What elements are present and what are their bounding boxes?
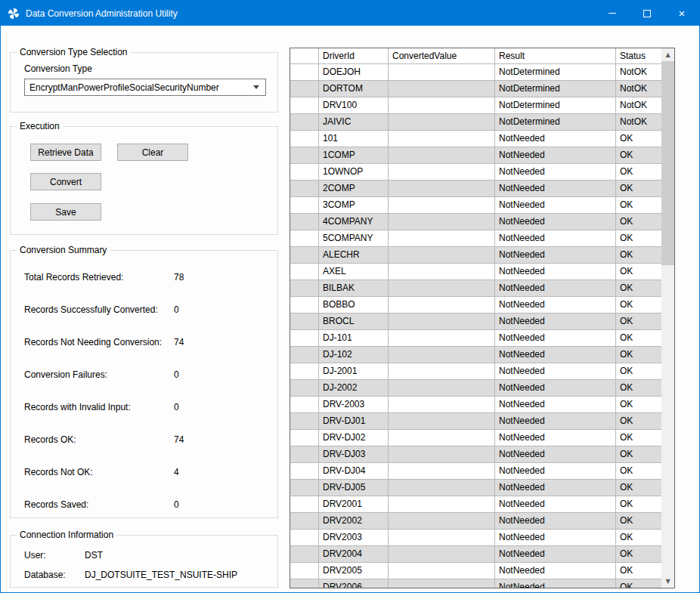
save-button[interactable]: Save: [30, 203, 101, 221]
cell-status[interactable]: OK: [616, 297, 661, 313]
row-header-cell[interactable]: [290, 247, 319, 264]
cell-convertedvalue[interactable]: [389, 563, 495, 579]
cell-driverid[interactable]: BROCL: [319, 313, 389, 330]
cell-convertedvalue[interactable]: [389, 413, 495, 430]
cell-convertedvalue[interactable]: [389, 463, 495, 480]
row-header-cell[interactable]: [290, 397, 319, 413]
column-header-driverid[interactable]: DriverId: [319, 48, 389, 64]
scroll-up-icon[interactable]: ▲: [661, 48, 674, 61]
cell-result[interactable]: NotNeeded: [495, 446, 616, 463]
cell-driverid[interactable]: AXEL: [319, 264, 389, 280]
cell-result[interactable]: NotNeeded: [495, 313, 616, 330]
row-header-cell[interactable]: [290, 230, 319, 247]
cell-driverid[interactable]: ALECHR: [319, 247, 389, 264]
cell-result[interactable]: NotNeeded: [495, 413, 616, 430]
row-header-cell[interactable]: [290, 563, 319, 579]
cell-convertedvalue[interactable]: [389, 64, 495, 81]
row-header-cell[interactable]: [290, 496, 319, 513]
row-header-cell[interactable]: [290, 181, 319, 197]
cell-driverid[interactable]: 1OWNOP: [319, 164, 389, 181]
row-header-cell[interactable]: [290, 264, 319, 280]
row-header-cell[interactable]: [290, 214, 319, 230]
cell-status[interactable]: OK: [616, 214, 661, 230]
cell-driverid[interactable]: DRV100: [319, 97, 389, 114]
cell-convertedvalue[interactable]: [389, 330, 495, 347]
cell-status[interactable]: OK: [616, 181, 661, 197]
cell-result[interactable]: NotNeeded: [495, 280, 616, 297]
cell-result[interactable]: NotDetermined: [495, 114, 616, 131]
cell-status[interactable]: OK: [616, 197, 661, 214]
cell-result[interactable]: NotNeeded: [495, 430, 616, 446]
cell-status[interactable]: OK: [616, 380, 661, 397]
close-button[interactable]: ×: [664, 1, 699, 26]
cell-convertedvalue[interactable]: [389, 347, 495, 363]
cell-status[interactable]: OK: [616, 313, 661, 330]
cell-driverid[interactable]: DRV2002: [319, 513, 389, 530]
scrollbar-thumb[interactable]: [661, 61, 674, 265]
row-header-cell[interactable]: [290, 546, 319, 563]
cell-result[interactable]: NotNeeded: [495, 147, 616, 164]
row-header-cell[interactable]: [290, 530, 319, 546]
row-header-cell[interactable]: [290, 97, 319, 114]
cell-convertedvalue[interactable]: [389, 264, 495, 280]
cell-convertedvalue[interactable]: [389, 380, 495, 397]
cell-driverid[interactable]: DRV-DJ03: [319, 446, 389, 463]
cell-driverid[interactable]: DJ-101: [319, 330, 389, 347]
cell-result[interactable]: NotNeeded: [495, 480, 616, 496]
cell-driverid[interactable]: DRV-DJ02: [319, 430, 389, 446]
row-header-cell[interactable]: [290, 164, 319, 181]
cell-result[interactable]: NotNeeded: [495, 347, 616, 363]
cell-convertedvalue[interactable]: [389, 446, 495, 463]
cell-result[interactable]: NotNeeded: [495, 330, 616, 347]
cell-convertedvalue[interactable]: [389, 147, 495, 164]
row-header-cell[interactable]: [290, 363, 319, 380]
cell-status[interactable]: OK: [616, 579, 661, 588]
cell-convertedvalue[interactable]: [389, 496, 495, 513]
cell-status[interactable]: OK: [616, 347, 661, 363]
cell-convertedvalue[interactable]: [389, 579, 495, 588]
column-header-result[interactable]: Result: [495, 48, 616, 64]
cell-convertedvalue[interactable]: [389, 81, 495, 97]
cell-status[interactable]: OK: [616, 530, 661, 546]
column-header-status[interactable]: Status: [616, 48, 661, 64]
row-header-cell[interactable]: [290, 513, 319, 530]
cell-convertedvalue[interactable]: [389, 530, 495, 546]
cell-driverid[interactable]: 5COMPANY: [319, 230, 389, 247]
cell-convertedvalue[interactable]: [389, 197, 495, 214]
minimize-button[interactable]: [595, 1, 630, 26]
cell-result[interactable]: NotNeeded: [495, 397, 616, 413]
cell-status[interactable]: OK: [616, 563, 661, 579]
cell-driverid[interactable]: DRV2003: [319, 530, 389, 546]
cell-status[interactable]: OK: [616, 496, 661, 513]
cell-driverid[interactable]: DJ-2001: [319, 363, 389, 380]
cell-result[interactable]: NotNeeded: [495, 380, 616, 397]
cell-convertedvalue[interactable]: [389, 430, 495, 446]
cell-convertedvalue[interactable]: [389, 313, 495, 330]
cell-driverid[interactable]: 1COMP: [319, 147, 389, 164]
row-header-cell[interactable]: [290, 313, 319, 330]
cell-status[interactable]: OK: [616, 164, 661, 181]
cell-status[interactable]: OK: [616, 147, 661, 164]
cell-driverid[interactable]: 3COMP: [319, 197, 389, 214]
cell-result[interactable]: NotNeeded: [495, 297, 616, 313]
retrieve-data-button[interactable]: Retrieve Data: [30, 144, 101, 161]
cell-status[interactable]: NotOK: [616, 114, 661, 131]
cell-driverid[interactable]: BOBBO: [319, 297, 389, 313]
row-header-cell[interactable]: [290, 446, 319, 463]
cell-status[interactable]: OK: [616, 363, 661, 380]
cell-driverid[interactable]: 4COMPANY: [319, 214, 389, 230]
cell-result[interactable]: NotNeeded: [495, 264, 616, 280]
cell-status[interactable]: NotOK: [616, 97, 661, 114]
cell-status[interactable]: OK: [616, 463, 661, 480]
cell-driverid[interactable]: 2COMP: [319, 181, 389, 197]
cell-convertedvalue[interactable]: [389, 97, 495, 114]
vertical-scrollbar[interactable]: ▲ ▼: [661, 48, 674, 588]
cell-driverid[interactable]: JAIVIC: [319, 114, 389, 131]
cell-status[interactable]: OK: [616, 513, 661, 530]
cell-convertedvalue[interactable]: [389, 280, 495, 297]
cell-status[interactable]: NotOK: [616, 64, 661, 81]
select-all-header-cell[interactable]: [290, 48, 319, 64]
convert-button[interactable]: Convert: [30, 173, 101, 190]
cell-status[interactable]: OK: [616, 131, 661, 147]
row-header-cell[interactable]: [290, 197, 319, 214]
